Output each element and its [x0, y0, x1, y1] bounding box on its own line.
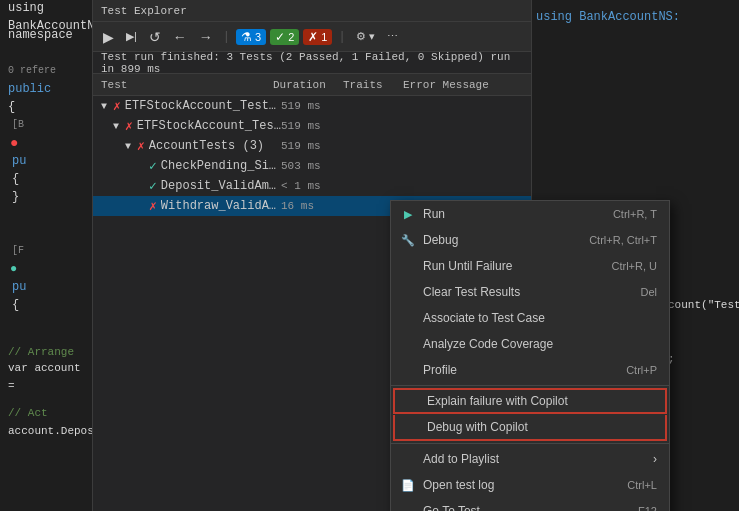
context-menu-analyze[interactable]: Analyze Code Coverage [391, 331, 669, 357]
log-icon: 📄 [399, 479, 417, 492]
context-menu-explain-failure[interactable]: Explain failure with Copilot [393, 388, 667, 414]
tree-row[interactable]: ✓ Deposit_ValidAmount_Updates... < 1 ms [93, 176, 531, 196]
badge-green-count: 2 [288, 31, 294, 43]
context-menu-associate[interactable]: Associate to Test Case [391, 305, 669, 331]
fail-icon: ✗ [125, 118, 133, 134]
test-label: Withdraw_ValidAmount_Update... [161, 199, 281, 213]
pass-icon: ✓ [149, 178, 157, 194]
run-until-shortcut: Ctrl+R, U [611, 260, 657, 272]
code-editor-left: using BankAccountNS; namespace 0 refere … [0, 0, 92, 511]
fail-icon: ✗ [113, 98, 121, 114]
debug-icon: 🔧 [399, 234, 417, 247]
badge-passed: ✓ 2 [270, 29, 299, 45]
goto-shortcut: F12 [638, 505, 657, 511]
filter-button[interactable]: ⚙ ▾ [352, 29, 379, 44]
col-traits-header: Traits [343, 79, 403, 91]
duration-value: 519 ms [281, 120, 351, 132]
badge-red-count: 1 [321, 31, 327, 43]
fail-icon: ✗ [149, 198, 157, 214]
badge-blue-count: 3 [255, 31, 261, 43]
test-label: Deposit_ValidAmount_Updates... [161, 179, 281, 193]
open-log-shortcut: Ctrl+L [627, 479, 657, 491]
context-menu-run[interactable]: ▶ Run Ctrl+R, T [391, 201, 669, 227]
debug-shortcut: Ctrl+R, Ctrl+T [589, 234, 657, 246]
col-duration-header: Duration [273, 79, 343, 91]
refresh-button[interactable]: ↺ [145, 28, 165, 46]
run-icon: ▶ [399, 208, 417, 221]
duration-value: 16 ms [281, 200, 351, 212]
duration-value: 519 ms [281, 140, 351, 152]
context-menu-add-playlist[interactable]: Add to Playlist › [391, 446, 669, 472]
column-headers: Test Duration Traits Error Message [93, 74, 531, 96]
badge-failed: ✗ 1 [303, 29, 332, 45]
run-until-label: Run Until Failure [423, 259, 591, 273]
col-test-header: Test [101, 79, 273, 91]
context-menu-go-to-test[interactable]: Go To Test F12 [391, 498, 669, 511]
panel-title: Test Explorer [101, 5, 187, 17]
nav-fwd-button[interactable]: → [195, 28, 217, 46]
debug-button[interactable]: ▶| [122, 29, 141, 44]
fail-icon: ✗ [137, 138, 145, 154]
duration-value: 503 ms [281, 160, 351, 172]
clear-shortcut: Del [640, 286, 657, 298]
pass-icon: ✓ [149, 158, 157, 174]
test-explorer-toolbar: ▶ ▶| ↺ ← → | ⚗ 3 ✓ 2 ✗ 1 | ⚙ ▾ ⋯ [93, 22, 531, 52]
debug-copilot-label: Debug with Copilot [427, 420, 653, 434]
run-button[interactable]: ▶ [99, 28, 118, 46]
context-menu-debug-copilot[interactable]: Debug with Copilot [393, 415, 667, 441]
run-shortcut: Ctrl+R, T [613, 208, 657, 220]
context-menu-open-log[interactable]: 📄 Open test log Ctrl+L [391, 472, 669, 498]
tree-row[interactable]: ▼ ✗ AccountTests (3) 519 ms [93, 136, 531, 156]
context-menu-profile[interactable]: Profile Ctrl+P [391, 357, 669, 383]
context-menu-run-until-failure[interactable]: Run Until Failure Ctrl+R, U [391, 253, 669, 279]
nav-back-button[interactable]: ← [169, 28, 191, 46]
submenu-arrow: › [653, 452, 657, 466]
test-label: AccountTests (3) [149, 139, 281, 153]
test-run-status: Test run finished: 3 Tests (2 Passed, 1 … [93, 52, 531, 74]
debug-label: Debug [423, 233, 569, 247]
duration-value: 519 ms [281, 100, 351, 112]
playlist-label: Add to Playlist [423, 452, 653, 466]
context-menu: ▶ Run Ctrl+R, T 🔧 Debug Ctrl+R, Ctrl+T R… [390, 200, 670, 511]
status-text: Test run finished: 3 Tests (2 Passed, 1 … [101, 51, 523, 75]
tree-row[interactable]: ✓ CheckPending_SimulatesCalcu... 503 ms [93, 156, 531, 176]
test-label: ETFStockAccount_Tests (3) [137, 119, 281, 133]
profile-label: Profile [423, 363, 606, 377]
expand-arrow: ▼ [113, 121, 125, 132]
tree-row[interactable]: ▼ ✗ ETFStockAccount_Tests (3) 519 ms [93, 96, 531, 116]
test-label: ETFStockAccount_Tests (3) [125, 99, 281, 113]
goto-label: Go To Test [423, 504, 618, 511]
duration-value: < 1 ms [281, 180, 351, 192]
menu-separator [391, 443, 669, 444]
profile-shortcut: Ctrl+P [626, 364, 657, 376]
explain-failure-label: Explain failure with Copilot [427, 394, 653, 408]
open-log-label: Open test log [423, 478, 607, 492]
test-explorer-title: Test Explorer [93, 0, 531, 22]
analyze-label: Analyze Code Coverage [423, 337, 637, 351]
context-menu-clear-results[interactable]: Clear Test Results Del [391, 279, 669, 305]
badge-total: ⚗ 3 [236, 29, 266, 45]
expand-arrow: ▼ [101, 101, 113, 112]
associate-label: Associate to Test Case [423, 311, 637, 325]
test-label: CheckPending_SimulatesCalcu... [161, 159, 281, 173]
menu-separator [391, 385, 669, 386]
col-error-header: Error Message [403, 79, 523, 91]
settings-button[interactable]: ⋯ [383, 29, 402, 44]
expand-arrow: ▼ [125, 141, 137, 152]
clear-label: Clear Test Results [423, 285, 620, 299]
context-menu-debug[interactable]: 🔧 Debug Ctrl+R, Ctrl+T [391, 227, 669, 253]
run-label: Run [423, 207, 593, 221]
tree-row[interactable]: ▼ ✗ ETFStockAccount_Tests (3) 519 ms [93, 116, 531, 136]
